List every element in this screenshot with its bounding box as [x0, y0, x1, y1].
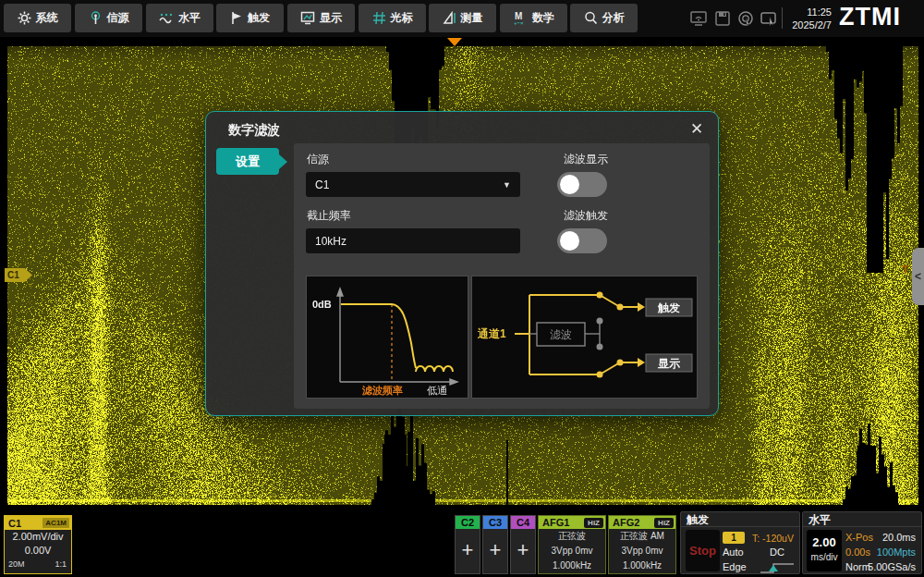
timebase-unit: ms/div — [807, 552, 842, 563]
afg1-name: AFG1 — [539, 517, 584, 528]
source-label: 信源 — [307, 152, 329, 167]
math-icon: M+−× — [513, 11, 528, 25]
filter-display-toggle[interactable] — [557, 172, 607, 197]
afg2-header: AFG2 HiZ — [609, 516, 675, 529]
menu-cursor[interactable]: 光标 — [359, 4, 426, 32]
bottom-status-bar: C1 AC1M 2.00mV/div 0.00V 20M 1:1 C2 + C3… — [0, 507, 924, 577]
menu-source[interactable]: 信源 — [75, 4, 142, 32]
afg2-amplitude: 3Vpp 0mv — [609, 544, 675, 559]
trigger-status-panel[interactable]: 触发 Stop 1 Auto Edge T: -120uV DC — [680, 511, 800, 574]
time: 11:25 — [784, 6, 832, 18]
menu-trigger[interactable]: 触发 — [216, 4, 284, 32]
flow-trigger-label: 触发 — [657, 301, 680, 314]
memory-depth: 100Mpts — [877, 546, 916, 558]
trigger-position-marker[interactable] — [447, 38, 462, 46]
afg2-waveform: 正弦波 AM — [609, 529, 675, 544]
flow-display-label: 显示 — [657, 357, 681, 370]
response-freq-label: 滤波频率 — [361, 385, 403, 396]
add-channel3-button[interactable]: + — [483, 529, 507, 571]
afg1-header: AFG1 HiZ — [539, 516, 605, 529]
channel4-add-box[interactable]: C4 + — [510, 515, 536, 574]
top-menu-bar: 系统 信源 水平 触发 显示 光标 测量 M+−× 数学 — [0, 0, 924, 37]
horizontal-panel-title: 水平 — [803, 512, 921, 527]
svg-text:+−×: +−× — [514, 20, 524, 26]
toggle-knob — [560, 231, 579, 251]
chevron-down-icon: ▼ — [503, 180, 511, 190]
menu-cursor-label: 光标 — [391, 10, 413, 26]
afg2-info-box[interactable]: AFG2 HiZ 正弦波 AM 3Vpp 0mv 1.000kHz — [608, 515, 676, 574]
source-dropdown[interactable]: C1 ▼ — [306, 172, 520, 197]
channel3-name: C3 — [483, 516, 507, 529]
clock: 11:25 2025/2/7 — [784, 6, 832, 31]
channel1-header: C1 AC1M — [5, 516, 71, 530]
menu-analyze[interactable]: 分析 — [570, 4, 638, 32]
afg2-impedance-badge: HiZ — [654, 518, 674, 528]
menu-horizontal[interactable]: 水平 — [146, 4, 213, 32]
digital-filter-dialog: 数字滤波 ✕ 设置 信源 C1 ▼ 截止频率 10kHz 滤波显示 滤波触发 — [205, 111, 719, 416]
rising-edge-icon — [759, 560, 796, 575]
topbar-divider — [782, 7, 783, 29]
flow-filter-label: 滤波 — [550, 328, 572, 341]
gesture-icon[interactable] — [760, 9, 778, 28]
channel2-add-box[interactable]: C2 + — [455, 515, 480, 574]
trigger-type: Edge — [723, 561, 747, 572]
trigger-sweep-mode: Auto — [723, 546, 744, 558]
channel1-coupling-badge: AC1M — [43, 518, 69, 528]
channel1-footer: 20M 1:1 — [5, 558, 71, 569]
channel3-add-box[interactable]: C3 + — [482, 515, 508, 574]
channel1-offset: 0.00V — [5, 544, 71, 558]
timebase-value: 2.00 — [807, 530, 842, 552]
channel1-probe: 1:1 — [55, 559, 67, 569]
horizontal-status-panel[interactable]: 水平 2.00 ms/div X-Pos 0.00s Norm 20.0ms 1… — [802, 511, 922, 574]
add-channel4-button[interactable]: + — [511, 529, 535, 571]
xpos-value: 20.0ms — [882, 532, 916, 543]
menu-math[interactable]: M+−× 数学 — [500, 4, 567, 32]
source-value: C1 — [315, 178, 329, 191]
xpos-label: X-Pos — [845, 532, 873, 543]
acquisition-state-button[interactable]: Stop — [686, 530, 720, 571]
menu-analyze-label: 分析 — [602, 10, 625, 26]
tab-settings[interactable]: 设置 — [216, 148, 279, 175]
filter-flow-diagram: 通道1 滤波 触发 显示 — [471, 276, 698, 399]
menu-trigger-label: 触发 — [248, 10, 270, 26]
trigger-coupling: DC — [770, 546, 784, 558]
afg2-name: AFG2 — [609, 517, 654, 528]
trigger-panel-title: 触发 — [681, 512, 799, 527]
brand-logo: ZTMI — [839, 3, 901, 31]
trigger-level-marker[interactable]: T — [902, 263, 909, 276]
filter-trigger-toggle[interactable] — [557, 228, 607, 253]
flow-input-label: 通道1 — [477, 327, 506, 340]
measure-ruler-icon — [443, 11, 456, 25]
menu-math-label: 数学 — [532, 10, 554, 26]
afg1-amplitude: 3Vpp 0mv — [539, 544, 605, 559]
menu-measure[interactable]: 测量 — [429, 4, 496, 32]
filter-trigger-label: 滤波触发 — [564, 208, 608, 224]
channel4-name: C4 — [511, 516, 535, 529]
filter-response-diagram: 0dB 滤波频率 低通 — [306, 276, 468, 399]
trigger-level-value: T: -120uV — [752, 533, 794, 544]
channel1-bandwidth: 20M — [8, 559, 25, 569]
menu-display[interactable]: 显示 — [287, 4, 355, 32]
delay-value: 0.00s — [845, 546, 870, 558]
analyze-magnifier-icon — [584, 11, 598, 25]
monitor-status-icon[interactable] — [689, 9, 708, 28]
touch-icon[interactable] — [736, 9, 755, 28]
close-icon[interactable]: ✕ — [687, 119, 707, 140]
dialog-content-panel: 信源 C1 ▼ 截止频率 10kHz 滤波显示 滤波触发 — [294, 143, 710, 409]
afg1-info-box[interactable]: AFG1 HiZ 正弦波 3Vpp 0mv 1.000kHz — [538, 515, 606, 574]
cutoff-label: 截止频率 — [307, 208, 351, 224]
channel1-info-box[interactable]: C1 AC1M 2.00mV/div 0.00V 20M 1:1 — [4, 515, 72, 574]
storage-icon[interactable] — [713, 9, 732, 28]
menu-horizontal-label: 水平 — [178, 10, 201, 26]
menu-system[interactable]: 系统 — [4, 4, 71, 32]
channel1-name: C1 — [5, 518, 43, 529]
cursor-grid-icon — [372, 11, 386, 25]
timebase-box[interactable]: 2.00 ms/div — [807, 530, 842, 571]
side-panel-handle[interactable]: < — [912, 248, 924, 305]
cutoff-input[interactable]: 10kHz — [306, 228, 520, 253]
acquisition-mode: Norm — [845, 561, 870, 572]
response-0db-label: 0dB — [312, 299, 332, 310]
menu-display-label: 显示 — [320, 10, 342, 26]
menu-source-label: 信源 — [107, 10, 129, 26]
add-channel2-button[interactable]: + — [456, 529, 480, 571]
